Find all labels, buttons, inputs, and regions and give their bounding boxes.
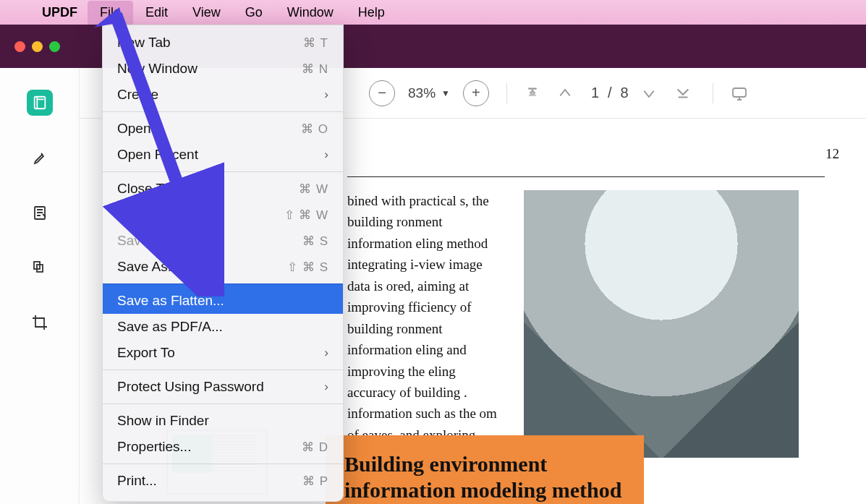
menu-window[interactable]: Window xyxy=(275,1,346,25)
menu-new-tab[interactable]: New Tab⌘ T xyxy=(103,30,343,56)
menu-new-window[interactable]: New Window⌘ N xyxy=(103,56,343,82)
svg-rect-0 xyxy=(34,97,45,109)
zoom-out-button[interactable]: − xyxy=(369,80,395,106)
menu-view[interactable]: View xyxy=(180,1,233,25)
menu-save-as-pdfa[interactable]: Save as PDF/A... xyxy=(103,314,343,340)
menu-protect-password[interactable]: Protect Using Password› xyxy=(103,370,343,400)
reader-tool[interactable] xyxy=(27,90,53,116)
fullscreen-window-button[interactable] xyxy=(49,41,60,52)
menu-close-tab[interactable]: Close Tab⌘ W xyxy=(103,171,343,202)
close-window-button[interactable] xyxy=(14,41,25,52)
tool-sidebar xyxy=(0,68,80,504)
menu-export-to[interactable]: Export To› xyxy=(103,340,343,366)
page-number-label: 12 xyxy=(825,143,839,164)
zoom-value: 83% xyxy=(408,85,436,101)
pdf-page: 12 bined with practical s, the building … xyxy=(326,133,846,503)
menu-show-in-finder[interactable]: Show in Finder xyxy=(103,403,343,434)
menu-save: Save...⌘ S xyxy=(103,228,343,254)
divider xyxy=(713,83,713,103)
heading-banner: Building environment information modelin… xyxy=(326,435,644,504)
organize-tool[interactable] xyxy=(27,255,53,281)
page-counter: 1 / 8 xyxy=(591,85,629,101)
menu-save-as-flatten[interactable]: Save as Flatten... xyxy=(103,283,343,314)
menu-file[interactable]: File xyxy=(88,1,133,25)
app-name[interactable]: UPDF xyxy=(32,1,88,25)
page-total: 8 xyxy=(621,85,629,101)
first-page-button[interactable] xyxy=(525,85,545,101)
prev-page-button[interactable] xyxy=(558,86,578,101)
divider xyxy=(506,83,507,103)
menu-edit[interactable]: Edit xyxy=(133,1,180,25)
zoom-level[interactable]: 83% ▼ xyxy=(408,85,450,101)
page-sep: / xyxy=(608,85,612,101)
menu-open[interactable]: Open...⌘ O xyxy=(103,111,343,142)
highlight-tool[interactable] xyxy=(27,145,53,171)
chevron-down-icon: ▼ xyxy=(441,88,450,98)
menu-print[interactable]: Print...⌘ P xyxy=(103,464,343,494)
menu-go[interactable]: Go xyxy=(233,1,275,25)
next-page-button[interactable] xyxy=(642,86,662,101)
document-image xyxy=(524,190,799,458)
crop-tool[interactable] xyxy=(27,309,53,336)
file-menu-dropdown: New Tab⌘ T New Window⌘ N Create› Open...… xyxy=(102,25,344,502)
menu-properties[interactable]: Properties...⌘ D xyxy=(103,434,343,460)
last-page-button[interactable] xyxy=(675,85,695,101)
svg-rect-4 xyxy=(733,88,746,97)
zoom-in-button[interactable]: + xyxy=(463,80,489,106)
menu-save-as[interactable]: Save As...⇧ ⌘ S xyxy=(103,254,343,280)
mac-menubar: UPDF File Edit View Go Window Help xyxy=(0,0,866,25)
menu-close-window[interactable]: Close Window⇧ ⌘ W xyxy=(103,202,343,228)
edit-tool[interactable] xyxy=(27,200,53,226)
menu-create[interactable]: Create› xyxy=(103,82,343,108)
menu-open-recent[interactable]: Open Recent› xyxy=(103,142,343,168)
minimize-window-button[interactable] xyxy=(32,41,43,52)
presentation-button[interactable] xyxy=(731,85,751,102)
menu-help[interactable]: Help xyxy=(346,1,397,25)
traffic-lights xyxy=(14,41,60,52)
page-current[interactable]: 1 xyxy=(591,85,599,101)
